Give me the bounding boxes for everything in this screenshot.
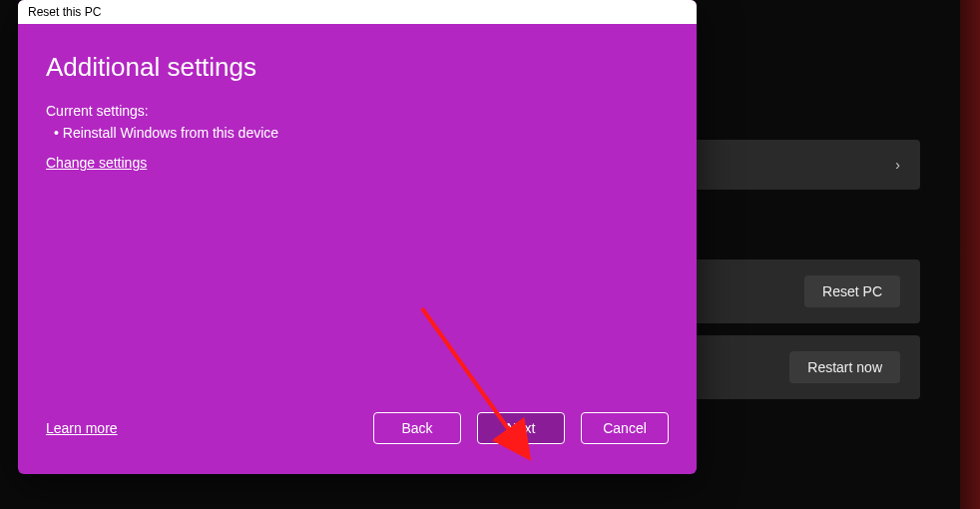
dialog-body: Additional settings Current settings: Re… xyxy=(18,24,697,472)
back-button[interactable]: Back xyxy=(373,412,461,444)
chevron-right-icon: › xyxy=(895,157,900,173)
dialog-footer: Learn more Back Next Cancel xyxy=(46,412,669,452)
reset-pc-button[interactable]: Reset PC xyxy=(804,275,900,307)
window-right-accent xyxy=(960,0,980,509)
current-settings-label: Current settings: xyxy=(46,103,669,119)
change-settings-link[interactable]: Change settings xyxy=(46,155,669,171)
restart-now-button[interactable]: Restart now xyxy=(789,351,900,383)
dialog-window-title: Reset this PC xyxy=(18,0,697,24)
cancel-button[interactable]: Cancel xyxy=(581,412,669,444)
learn-more-link[interactable]: Learn more xyxy=(46,420,118,436)
setting-bullet-1: Reinstall Windows from this device xyxy=(46,125,669,141)
next-button[interactable]: Next xyxy=(477,412,565,444)
reset-pc-dialog: Reset this PC Additional settings Curren… xyxy=(18,0,697,474)
dialog-heading: Additional settings xyxy=(46,52,669,83)
